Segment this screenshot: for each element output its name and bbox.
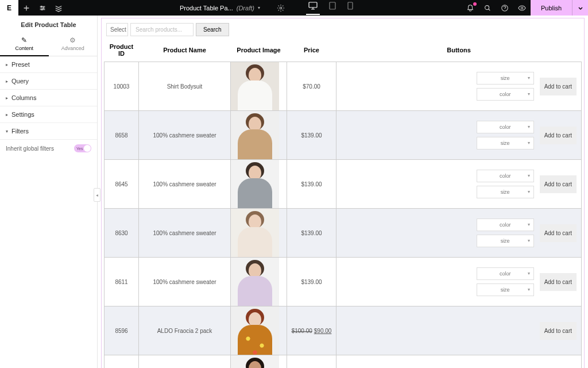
cell-image	[231, 306, 287, 355]
table-controls: Select c Search products... Search	[104, 21, 582, 39]
color-select[interactable]: color	[477, 170, 534, 182]
section-query[interactable]: ▸Query	[0, 73, 97, 90]
color-select[interactable]: color	[477, 121, 534, 133]
publish-button[interactable]: Publish	[531, 0, 572, 16]
sidebar: Edit Product Table ✎Content ⚙Advanced ▸P…	[0, 16, 98, 368]
search-input[interactable]: Search products...	[130, 23, 194, 36]
cell-buttons: colorsize Add to cart	[336, 111, 582, 160]
product-image	[231, 62, 279, 110]
color-select[interactable]: color	[477, 218, 534, 231]
cell-price: $139.00	[287, 160, 336, 209]
cell-price: $139.00	[287, 209, 336, 258]
cell-id: 8645	[105, 160, 139, 209]
cell-name: Sweater with voluminous sleeves	[139, 355, 231, 369]
product-image	[231, 111, 279, 159]
collapse-sidebar-handle[interactable]: ◂	[94, 188, 100, 202]
cell-image	[231, 209, 287, 258]
cell-buttons: sizecolor Add to cart	[336, 62, 582, 111]
cell-price: $100.00$90.00	[287, 306, 336, 355]
table-row: 10003 Shirt Bodysuit $70.00 sizecolor Ad…	[105, 62, 582, 111]
cell-price: $139.00	[287, 111, 336, 160]
tab-advanced[interactable]: ⚙Advanced	[49, 34, 98, 56]
cell-id: 8658	[105, 111, 139, 160]
add-to-cart-button[interactable]: Add to cart	[540, 322, 577, 340]
canvas: Select c Search products... Search Produ…	[98, 16, 588, 368]
top-left: E	[0, 0, 67, 16]
size-select[interactable]: size	[477, 137, 534, 150]
size-select[interactable]: size	[477, 186, 534, 198]
device-mobile-icon[interactable]	[347, 2, 353, 14]
cell-id: 8630	[105, 209, 139, 258]
table-header-row: Product ID Product Name Product Image Pr…	[105, 39, 582, 62]
cell-buttons: Add to cart	[336, 306, 582, 355]
notifications-icon[interactable]	[462, 0, 479, 16]
cell-image	[231, 111, 287, 160]
cell-image	[231, 160, 287, 209]
cell-image	[231, 258, 287, 306]
size-select[interactable]: size	[477, 72, 534, 85]
cell-price: $70.00	[287, 62, 336, 111]
inherit-filters-toggle[interactable]: Yes	[74, 144, 91, 152]
help-icon[interactable]	[496, 0, 513, 16]
add-to-cart-button[interactable]: Add to cart	[540, 273, 577, 291]
section-settings[interactable]: ▸Settings	[0, 106, 97, 123]
publish-dropdown[interactable]	[572, 0, 588, 16]
main: Edit Product Table ✎Content ⚙Advanced ▸P…	[0, 16, 588, 368]
product-table-widget[interactable]: Select c Search products... Search Produ…	[101, 18, 585, 368]
device-tablet-icon[interactable]	[329, 2, 336, 14]
preview-icon[interactable]	[513, 0, 531, 16]
tab-content[interactable]: ✎Content	[0, 34, 49, 56]
section-columns[interactable]: ▸Columns	[0, 90, 97, 106]
cell-id: 8611	[105, 258, 139, 306]
cell-price: $90.00	[287, 355, 336, 369]
table-row: 8596 ALDO Fraocia 2 pack $100.00$90.00 A…	[105, 306, 582, 355]
logo-button[interactable]: E	[0, 0, 18, 16]
search-button[interactable]: Search	[196, 23, 229, 36]
cell-name: 100% cashmere sweater	[139, 111, 231, 160]
add-to-cart-button[interactable]: Add to cart	[540, 175, 577, 193]
add-to-cart-button[interactable]: Add to cart	[540, 78, 577, 95]
cell-buttons: colorsize Add to cart	[336, 160, 582, 209]
section-preset[interactable]: ▸Preset	[0, 56, 97, 73]
svg-point-1	[43, 7, 44, 9]
table-row: 8577 Sweater with voluminous sleeves $90…	[105, 355, 582, 369]
top-center: Product Table Pa... (Draft) ▾	[67, 0, 462, 16]
svg-point-3	[280, 7, 282, 9]
product-image	[231, 160, 279, 208]
svg-rect-5	[330, 2, 335, 9]
table-row: 8630 100% cashmere sweater $139.00 color…	[105, 209, 582, 258]
inherit-filters-label: Inherit global filters	[6, 145, 54, 152]
svg-point-7	[485, 5, 489, 9]
category-select[interactable]: Select c	[106, 23, 128, 36]
section-filters[interactable]: ▾Filters	[0, 123, 97, 140]
table-row: 8611 100% cashmere sweater $139.00 color…	[105, 258, 582, 306]
add-to-cart-button[interactable]: Add to cart	[540, 224, 577, 242]
header-buttons: Buttons	[336, 39, 582, 62]
inherit-filters-row: Inherit global filters Yes	[0, 140, 97, 157]
header-image: Product Image	[231, 39, 287, 62]
size-select[interactable]: size	[477, 283, 534, 296]
document-title[interactable]: Product Table Pa... (Draft) ▾	[175, 5, 265, 12]
header-id: Product ID	[105, 39, 139, 62]
cell-buttons: color Add to cart	[336, 355, 582, 369]
product-image	[231, 355, 279, 368]
color-select[interactable]: color	[477, 267, 534, 280]
notification-dot	[473, 2, 477, 6]
cell-name: ALDO Fraocia 2 pack	[139, 306, 231, 355]
cell-id: 8577	[105, 355, 139, 369]
sidebar-title: Edit Product Table	[0, 16, 97, 34]
color-select[interactable]: color	[477, 88, 534, 101]
add-icon[interactable]	[18, 0, 34, 16]
search-icon[interactable]	[479, 0, 496, 16]
add-to-cart-button[interactable]: Add to cart	[540, 126, 577, 144]
cell-image	[231, 355, 287, 369]
page-settings-icon[interactable]	[273, 0, 289, 16]
top-bar: E Product Table Pa... (Draft) ▾ Publish	[0, 0, 588, 16]
device-switcher	[308, 2, 353, 14]
settings-panel-icon[interactable]	[34, 0, 51, 16]
device-desktop-icon[interactable]	[308, 2, 318, 14]
chevron-right-icon: ▸	[6, 79, 8, 84]
structure-icon[interactable]	[51, 0, 67, 16]
size-select[interactable]: size	[477, 235, 534, 247]
header-price: Price	[287, 39, 336, 62]
